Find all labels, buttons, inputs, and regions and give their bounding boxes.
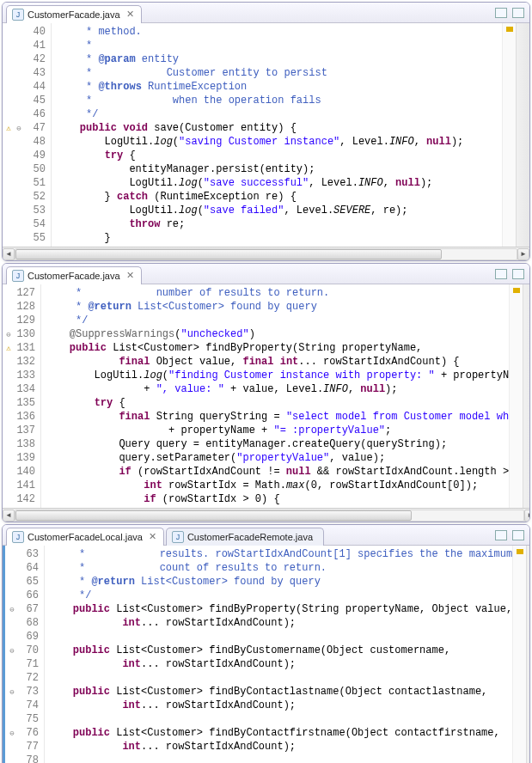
code-area[interactable]: * method. * * @param entity * Customer e… bbox=[52, 23, 502, 247]
editor-tab[interactable]: J CustomerFacadeRemote.java bbox=[166, 528, 324, 546]
code-line[interactable]: public List<Customer> findByProperty(Str… bbox=[45, 341, 509, 355]
maximize-button[interactable] bbox=[512, 8, 524, 18]
code-line[interactable] bbox=[48, 630, 512, 644]
scroll-thumb[interactable] bbox=[15, 510, 412, 521]
overview-marker[interactable] bbox=[506, 27, 513, 32]
code-line[interactable]: LogUtil.log("saving Customer instance", … bbox=[55, 135, 502, 149]
overview-ruler[interactable] bbox=[502, 23, 516, 247]
scroll-right-button[interactable]: ► bbox=[517, 248, 529, 260]
editor-tab[interactable]: J CustomerFacadeLocal.java ✕ bbox=[6, 528, 164, 546]
minimize-button[interactable] bbox=[495, 8, 507, 18]
code-line[interactable]: @SuppressWarnings("unchecked") bbox=[45, 327, 509, 341]
code-line[interactable]: * count of results to return. bbox=[48, 561, 512, 575]
code-line[interactable]: query.setParameter("propertyValue", valu… bbox=[45, 451, 509, 465]
overview-marker[interactable] bbox=[517, 549, 523, 554]
fold-toggle-icon[interactable]: ⊖ bbox=[8, 646, 16, 655]
gutter-row: 54 bbox=[4, 217, 46, 231]
fold-toggle-icon[interactable]: ⊖ bbox=[8, 605, 16, 613]
code-line[interactable]: * @return List<Customer> found by query bbox=[45, 300, 509, 314]
gutter-row: ⚠⊖ 47 bbox=[4, 121, 46, 135]
scroll-track[interactable] bbox=[15, 248, 517, 260]
code-line[interactable]: try { bbox=[45, 396, 509, 410]
gutter-row: 45 bbox=[4, 94, 46, 107]
fold-toggle-icon[interactable]: ⊖ bbox=[8, 729, 16, 737]
code-line[interactable]: public List<Customer> findByProperty(Str… bbox=[48, 602, 512, 616]
code-line[interactable]: public List<Customer> findByContactlastn… bbox=[48, 685, 512, 699]
overview-ruler[interactable] bbox=[509, 284, 523, 508]
vertical-scrollbar[interactable] bbox=[523, 284, 530, 508]
horizontal-scrollbar[interactable]: ◄ ► bbox=[3, 247, 529, 260]
scroll-track[interactable] bbox=[15, 510, 524, 522]
fold-toggle-icon[interactable]: ⊖ bbox=[4, 330, 13, 339]
fold-toggle-icon[interactable]: ⊖ bbox=[15, 124, 23, 132]
code-line[interactable]: if (rowStartIdxAndCount != null && rowSt… bbox=[45, 465, 509, 479]
code-line[interactable]: */ bbox=[48, 589, 512, 602]
code-line[interactable]: public List<Customer> findByCustomername… bbox=[48, 644, 512, 657]
code-line[interactable]: * @throws RuntimeException bbox=[55, 80, 502, 94]
overview-ruler[interactable] bbox=[512, 546, 526, 763]
line-number: 64 bbox=[18, 562, 39, 574]
overview-marker[interactable] bbox=[513, 288, 520, 293]
scroll-left-button[interactable]: ◄ bbox=[3, 510, 15, 522]
code-area[interactable]: * results. rowStartIdxAndCount[1] specif… bbox=[45, 546, 512, 763]
vertical-scrollbar[interactable] bbox=[516, 23, 529, 247]
code-line[interactable]: throw re; bbox=[55, 217, 502, 231]
code-line[interactable]: * bbox=[55, 39, 502, 52]
code-line[interactable]: final Object value, final int... rowStar… bbox=[45, 355, 509, 369]
code-line[interactable]: LogUtil.log("save failed", Level.SEVERE,… bbox=[55, 204, 502, 217]
code-line[interactable]: * results. rowStartIdxAndCount[1] specif… bbox=[48, 547, 512, 561]
editor-tab[interactable]: J CustomerFacade.java ✕ bbox=[6, 5, 142, 23]
code-line[interactable]: if (rowStartIdx > 0) { bbox=[45, 492, 509, 506]
horizontal-scrollbar[interactable]: ◄ ► bbox=[3, 508, 530, 522]
code-line[interactable]: * method. bbox=[55, 25, 502, 39]
line-number: 138 bbox=[15, 438, 35, 450]
warning-icon[interactable]: ⚠ bbox=[4, 124, 13, 132]
code-line[interactable]: public List<Customer> findByContactfirst… bbox=[48, 726, 512, 740]
gutter-row: 50 bbox=[4, 162, 46, 176]
code-line[interactable]: int... rowStartIdxAndCount); bbox=[48, 699, 512, 712]
code-line[interactable]: * @param entity bbox=[55, 52, 502, 66]
maximize-button[interactable] bbox=[512, 530, 524, 540]
code-line[interactable]: LogUtil.log("save successful", Level.INF… bbox=[55, 176, 502, 190]
code-line[interactable]: } bbox=[55, 231, 502, 245]
code-line[interactable]: } catch (RuntimeException re) { bbox=[55, 190, 502, 204]
close-icon[interactable]: ✕ bbox=[125, 271, 136, 281]
code-line[interactable]: */ bbox=[55, 107, 502, 121]
code-line[interactable] bbox=[48, 712, 512, 726]
code-line[interactable]: final String queryString = "select model… bbox=[45, 410, 509, 424]
code-line[interactable]: int... rowStartIdxAndCount); bbox=[48, 616, 512, 630]
code-line[interactable]: try { bbox=[55, 149, 502, 162]
code-line[interactable] bbox=[48, 671, 512, 685]
code-area[interactable]: * number of results to return. * @return… bbox=[41, 284, 509, 508]
vertical-scrollbar[interactable] bbox=[526, 546, 530, 763]
code-line[interactable] bbox=[48, 754, 512, 763]
fold-toggle-icon[interactable]: ⊖ bbox=[8, 687, 16, 696]
code-line[interactable]: public void save(Customer entity) { bbox=[55, 121, 502, 135]
close-icon[interactable]: ✕ bbox=[125, 9, 136, 20]
line-number: 54 bbox=[25, 218, 46, 230]
line-number: 131 bbox=[15, 342, 35, 354]
close-icon[interactable]: ✕ bbox=[148, 532, 158, 542]
code-line[interactable]: * @return List<Customer> found by query bbox=[48, 575, 512, 589]
code-line[interactable]: int rowStartIdx = Math.max(0, rowStartId… bbox=[45, 479, 509, 492]
code-line[interactable]: Query query = entityManager.createQuery(… bbox=[45, 437, 509, 451]
line-number: 48 bbox=[25, 136, 46, 148]
maximize-button[interactable] bbox=[512, 269, 524, 279]
editor-tab[interactable]: J CustomerFacade.java ✕ bbox=[6, 266, 142, 284]
code-line[interactable]: int... rowStartIdxAndCount); bbox=[48, 657, 512, 671]
code-line[interactable]: * number of results to return. bbox=[45, 286, 509, 300]
code-line[interactable]: + propertyName + "= :propertyValue"; bbox=[45, 424, 509, 437]
code-line[interactable]: int... rowStartIdxAndCount); bbox=[48, 740, 512, 754]
code-line[interactable]: * when the operation fails bbox=[55, 94, 502, 107]
scroll-right-button[interactable]: ► bbox=[524, 510, 530, 522]
code-line[interactable]: LogUtil.log("finding Customer instance w… bbox=[45, 369, 509, 382]
code-line[interactable]: * Customer entity to persist bbox=[55, 66, 502, 80]
scroll-thumb[interactable] bbox=[15, 249, 442, 259]
code-line[interactable]: */ bbox=[45, 314, 509, 327]
scroll-left-button[interactable]: ◄ bbox=[3, 248, 15, 260]
code-line[interactable]: + ", value: " + value, Level.INFO, null)… bbox=[45, 382, 509, 396]
warning-icon[interactable]: ⚠ bbox=[4, 344, 13, 352]
code-line[interactable]: entityManager.persist(entity); bbox=[55, 162, 502, 176]
minimize-button[interactable] bbox=[495, 530, 507, 540]
minimize-button[interactable] bbox=[495, 269, 507, 279]
